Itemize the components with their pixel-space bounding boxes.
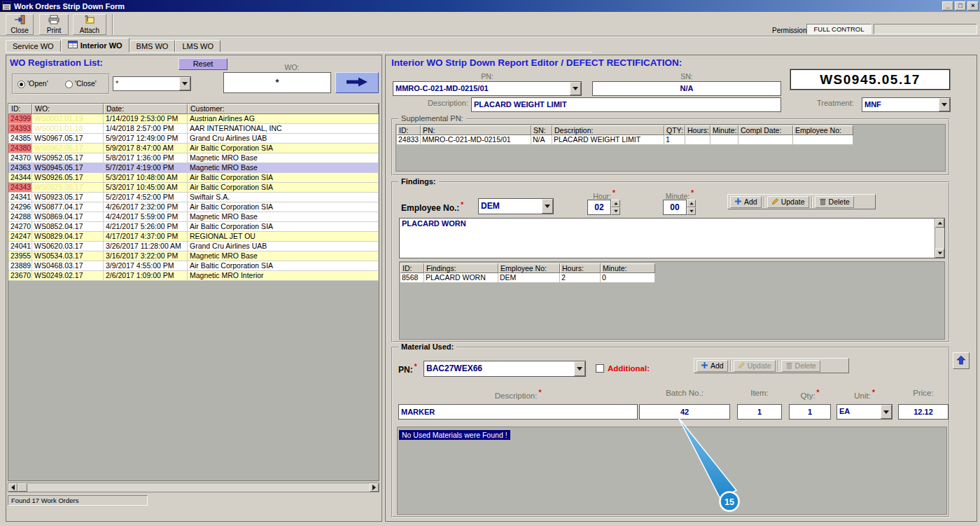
table-row[interactable]: 24385 WS0967.05.17 5/9/2017 12:49:00 PM … — [8, 134, 379, 144]
material-pn-dropdown[interactable]: BAC27WEX66 — [424, 361, 586, 377]
unit-dropdown[interactable]: EA — [836, 404, 892, 420]
update-icon — [738, 361, 746, 371]
batch-no-label: Batch No.: — [639, 389, 730, 397]
batch-no-field[interactable]: 42 — [639, 404, 730, 420]
table-row[interactable]: 23670 WS0249.02.17 2/6/2017 1:09:00 PM M… — [8, 271, 379, 281]
dropdown-arrow-icon[interactable] — [542, 199, 553, 214]
cell-date: 4/26/2017 2:32:00 PM — [104, 202, 188, 212]
close-button[interactable]: Close — [6, 14, 34, 35]
scroll-right-icon[interactable] — [370, 483, 379, 492]
table-row[interactable]: 24363 WS0945.05.17 5/7/2017 4:19:00 PM M… — [8, 163, 379, 173]
tab-interior-wo[interactable]: Interior WO — [61, 38, 130, 53]
table-row[interactable]: 24296 WS0877.04.17 4/26/2017 2:32:00 PM … — [8, 202, 379, 212]
delete-icon — [819, 198, 827, 207]
required-marker: * — [538, 389, 541, 396]
maximize-button[interactable]: □ — [955, 1, 966, 11]
treatment-dropdown[interactable]: MNF — [862, 97, 951, 112]
material-description-field[interactable]: MARKER — [398, 404, 638, 420]
sn-field[interactable]: N/A — [592, 81, 781, 96]
findings-table-row[interactable]: 8568 PLACARD WORN DEM 2 0 — [400, 273, 655, 283]
table-row[interactable]: 24041 WS0620.03.17 3/26/2017 11:28:00 AM… — [8, 242, 379, 251]
close-window-button[interactable]: × — [967, 1, 979, 11]
close-radio[interactable]: 'Close' — [65, 79, 97, 88]
dropdown-arrow-icon[interactable] — [881, 405, 892, 419]
titlebar[interactable]: Work Orders Strip Down Form _ □ × — [0, 0, 980, 12]
price-field[interactable]: 12.12 — [898, 404, 948, 420]
table-row[interactable]: 24288 WS0869.04.17 4/24/2017 5:59:00 PM … — [8, 212, 379, 222]
scroll-up-icon[interactable] — [935, 219, 944, 228]
dropdown-arrow-icon[interactable] — [179, 77, 190, 90]
description-field[interactable]: PLACARD WEIGHT LIMIT — [471, 97, 781, 112]
material-update-button[interactable]: Update — [734, 360, 776, 372]
spinner-down-icon[interactable] — [611, 207, 620, 215]
employee-no-dropdown[interactable]: DEM — [478, 198, 554, 214]
spinner-up-icon[interactable] — [687, 200, 696, 207]
additional-checkbox[interactable] — [596, 364, 604, 373]
cell-date: 4/24/2017 5:59:00 PM — [104, 212, 188, 222]
col-header-customer[interactable]: Customer: — [188, 104, 379, 114]
findings-vscrollbar[interactable] — [934, 219, 944, 258]
cell-id: 23670 — [8, 271, 32, 281]
findings-text-area[interactable]: PLACARD WORN — [399, 218, 945, 258]
dropdown-arrow-icon[interactable] — [570, 82, 581, 95]
supplemental-table-row[interactable]: 24833 MMRO-C-021-MD-0215/01 N/A PLACARD … — [397, 135, 853, 145]
scrollbar-thumb[interactable] — [18, 483, 27, 492]
table-row[interactable]: 24393 WS0001.01.18 1/4/2018 2:57:00 PM A… — [8, 124, 379, 134]
reset-button[interactable]: Reset — [178, 58, 227, 70]
findings-add-button[interactable]: Add — [730, 196, 762, 208]
table-row[interactable]: 24270 WS0852.04.17 4/21/2017 5:26:00 PM … — [8, 222, 379, 232]
table-row[interactable]: 24380 WS0962.05.17 5/9/2017 8:47:00 AM A… — [8, 144, 379, 153]
cell-date: 2/6/2017 1:09:00 PM — [104, 271, 188, 281]
table-row[interactable]: 24370 WS0952.05.17 5/8/2017 1:36:00 PM M… — [8, 153, 379, 163]
material-add-button[interactable]: Add — [696, 360, 728, 372]
hour-spinner[interactable]: 02 — [587, 200, 620, 215]
scroll-left-icon[interactable] — [8, 483, 18, 492]
dropdown-arrow-icon[interactable] — [939, 98, 950, 111]
table-row[interactable]: 24399 WS0002.01.19 1/14/2019 2:53:00 PM … — [8, 114, 379, 124]
print-button[interactable]: Print — [39, 14, 69, 35]
spinner-up-icon[interactable] — [611, 200, 620, 207]
table-row[interactable]: 24341 WS0923.05.17 5/2/2017 4:52:00 PM S… — [8, 193, 379, 202]
table-row[interactable]: 24247 WS0829.04.17 4/17/2017 4:37:00 PM … — [8, 232, 379, 242]
scroll-down-icon[interactable] — [935, 249, 944, 258]
required-marker: * — [872, 389, 875, 396]
tab-bms-wo[interactable]: BMS WO — [130, 40, 176, 53]
qty-field[interactable]: 1 — [789, 404, 831, 420]
item-field[interactable]: 1 — [737, 404, 782, 420]
cell-wo: WS0952.05.17 — [32, 153, 104, 163]
material-delete-button[interactable]: Delete — [781, 360, 820, 372]
cell-customer: Air Baltic Corporation SIA — [188, 202, 379, 212]
wo-table-header: ID: WO: Date: Customer: — [8, 104, 379, 114]
findings-update-button[interactable]: Update — [767, 196, 809, 208]
material-toolbar: Add Update Delete — [694, 358, 849, 373]
cell-date: 5/3/2017 10:45:00 AM — [104, 183, 188, 193]
cell-wo: WS0468.03.17 — [32, 261, 104, 271]
open-radio[interactable]: 'Open' — [18, 79, 48, 88]
col-header-id[interactable]: ID: — [8, 104, 32, 114]
tab-service-wo[interactable]: Service WO — [6, 40, 61, 53]
minute-spinner[interactable]: 00 — [663, 200, 696, 215]
wo-search-input[interactable]: * — [223, 72, 331, 93]
cell-id: 24343 — [8, 183, 32, 193]
minimize-button[interactable]: _ — [942, 1, 953, 11]
table-row[interactable]: 23955 WS0534.03.17 3/16/2017 3:22:00 PM … — [8, 251, 379, 261]
wo-filter-dropdown[interactable]: * — [113, 76, 191, 91]
table-row[interactable]: 23889 WS0468.03.17 3/9/2017 4:55:00 PM A… — [8, 261, 379, 271]
pn-label: PN: — [393, 72, 582, 81]
table-row[interactable]: 24344 WS0926.05.17 5/3/2017 10:48:00 AM … — [8, 173, 379, 183]
tabstrip: Service WO Interior WO BMS WO LMS WO — [6, 38, 220, 53]
dropdown-arrow-icon[interactable] — [574, 361, 585, 376]
cell-customer: Air Baltic Corporation SIA — [188, 183, 379, 193]
col-header-date[interactable]: Date: — [104, 104, 188, 114]
attach-button[interactable]: Attach — [73, 14, 106, 35]
tab-lms-wo[interactable]: LMS WO — [175, 40, 220, 53]
table-row[interactable]: 24343 WS0925.05.17 5/3/2017 10:45:00 AM … — [8, 183, 379, 193]
search-go-button[interactable] — [335, 72, 379, 93]
findings-delete-button[interactable]: Delete — [815, 196, 854, 208]
spinner-down-icon[interactable] — [687, 207, 696, 215]
scroll-to-top-button[interactable] — [953, 352, 969, 369]
wo-table-hscrollbar[interactable] — [8, 483, 379, 492]
cell-wo: WS0869.04.17 — [32, 212, 104, 222]
pn-dropdown[interactable]: MMRO-C-021-MD-0215/01 — [393, 81, 582, 96]
col-header-wo[interactable]: WO: — [32, 104, 104, 114]
